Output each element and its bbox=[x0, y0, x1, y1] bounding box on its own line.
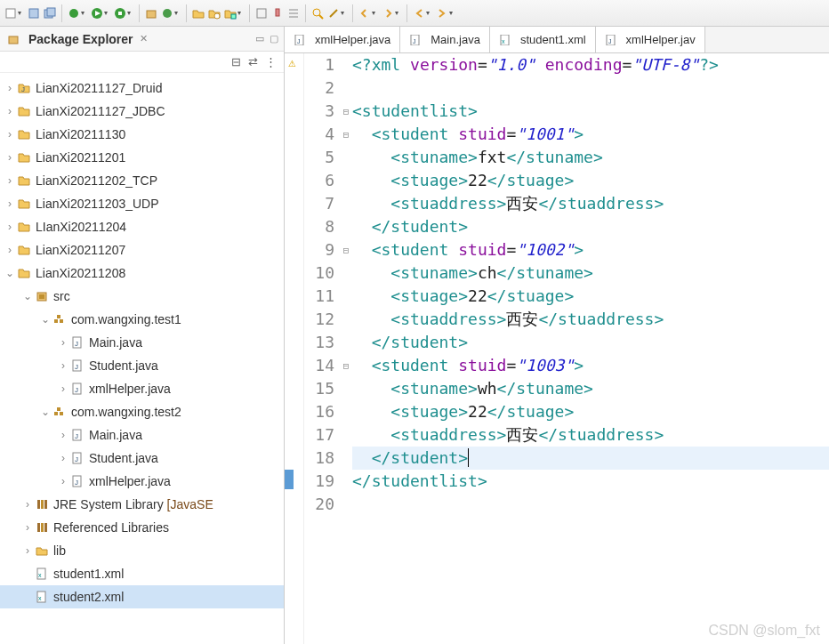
folder-icon bbox=[34, 543, 50, 559]
dropdown-icon[interactable]: ▾ bbox=[341, 9, 348, 17]
code-editor[interactable]: ⚠ 1 2 3 4 5 6 7 8 9 10 11 12 13 14 15 16… bbox=[285, 53, 829, 644]
xml-file-icon: x bbox=[34, 589, 50, 605]
jre-library[interactable]: ›JRE System Library [JavaSE bbox=[0, 493, 284, 516]
code-content[interactable]: <?xml version="1.0" encoding="UTF-8"?> <… bbox=[352, 53, 829, 644]
java-file-icon: J bbox=[294, 34, 306, 46]
svg-rect-3 bbox=[47, 8, 55, 16]
nav-prev-icon[interactable] bbox=[358, 6, 372, 20]
save-all-icon[interactable] bbox=[43, 6, 57, 20]
close-view-icon[interactable]: ✕ bbox=[140, 33, 148, 44]
fold-icon[interactable]: ⊟ bbox=[340, 123, 352, 146]
dropdown-icon[interactable]: ▾ bbox=[174, 9, 181, 17]
project-node[interactable]: ›LianXi20211201 bbox=[0, 146, 284, 169]
dropdown-icon[interactable]: ▾ bbox=[81, 9, 88, 17]
line-number: 4 bbox=[304, 123, 334, 146]
debug-icon[interactable] bbox=[67, 6, 81, 20]
project-node[interactable]: ›JLianXi20211127_Druid bbox=[0, 76, 284, 100]
new-class-icon[interactable] bbox=[160, 6, 174, 20]
project-node[interactable]: ›LianXi20211127_JDBC bbox=[0, 100, 284, 123]
project-node[interactable]: ›LianXi20211203_UDP bbox=[0, 192, 284, 215]
project-node[interactable]: ›LianXi20211130 bbox=[0, 123, 284, 146]
project-icon: J bbox=[16, 80, 32, 96]
back-icon[interactable] bbox=[412, 6, 426, 20]
package-node[interactable]: ⌄com.wangxing.test1 bbox=[0, 308, 284, 331]
warning-icon[interactable]: ⚠ bbox=[285, 53, 303, 71]
nav-next-icon[interactable] bbox=[381, 6, 395, 20]
xml-file[interactable]: xstudent1.xml bbox=[0, 562, 284, 585]
folder-node[interactable]: ›lib bbox=[0, 539, 284, 562]
fold-icon[interactable]: ⊟ bbox=[340, 354, 352, 377]
project-node[interactable]: ›LianXi20211202_TCP bbox=[0, 169, 284, 192]
java-file[interactable]: ›JxmlHelper.java bbox=[0, 377, 284, 400]
project-label: LianXi20211208 bbox=[36, 266, 125, 280]
svg-rect-42 bbox=[44, 500, 47, 509]
line-number-gutter: 1 2 3 4 5 6 7 8 9 10 11 12 13 14 15 16 1… bbox=[304, 53, 340, 644]
run-icon[interactable] bbox=[90, 6, 104, 20]
tab-student1[interactable]: xstudent1.xml bbox=[490, 27, 596, 52]
package-node[interactable]: ⌄com.wangxing.test2 bbox=[0, 400, 284, 423]
search-icon[interactable] bbox=[310, 6, 325, 20]
project-node[interactable]: ›LianXi20211207 bbox=[0, 238, 284, 262]
tab-main[interactable]: JMain.java bbox=[400, 27, 490, 52]
list-icon[interactable] bbox=[286, 6, 301, 20]
forward-icon[interactable] bbox=[435, 6, 449, 20]
pin-icon[interactable] bbox=[270, 6, 285, 20]
link-editor-icon[interactable]: ⇄ bbox=[248, 55, 258, 68]
svg-text:J: J bbox=[75, 340, 78, 348]
dropdown-icon[interactable]: ▾ bbox=[104, 9, 111, 17]
svg-rect-33 bbox=[60, 412, 63, 415]
dropdown-icon[interactable]: ▾ bbox=[372, 9, 379, 17]
fold-icon[interactable]: ⊟ bbox=[340, 238, 352, 262]
dropdown-icon[interactable]: ▾ bbox=[237, 9, 245, 17]
svg-line-16 bbox=[319, 15, 323, 19]
project-icon bbox=[16, 242, 32, 258]
task-icon[interactable] bbox=[254, 6, 269, 20]
ref-libraries[interactable]: ›Referenced Libraries bbox=[0, 516, 284, 539]
package-label: com.wangxing.test1 bbox=[71, 312, 181, 326]
dropdown-icon[interactable]: ▾ bbox=[449, 9, 456, 17]
line-number: 12 bbox=[304, 308, 334, 331]
collapse-all-icon[interactable]: ⊟ bbox=[231, 55, 241, 68]
project-node[interactable]: ›LIanXi20211204 bbox=[0, 215, 284, 238]
library-icon bbox=[34, 519, 50, 535]
minimize-icon[interactable]: ▭ bbox=[255, 33, 264, 44]
dropdown-icon[interactable]: ▾ bbox=[18, 9, 25, 17]
fold-icon[interactable]: ⊟ bbox=[340, 100, 352, 123]
open-folder-icon[interactable] bbox=[191, 6, 205, 20]
file-label: Student.java bbox=[89, 358, 158, 373]
src-folder[interactable]: ⌄src bbox=[0, 285, 284, 308]
maximize-icon[interactable]: ▢ bbox=[270, 33, 278, 44]
java-file-icon: J bbox=[69, 381, 85, 397]
dropdown-icon[interactable]: ▾ bbox=[127, 9, 134, 17]
tab-label: xmlHelper.jav bbox=[626, 33, 696, 46]
tab-xmlhelper2[interactable]: JxmlHelper.jav bbox=[596, 27, 705, 52]
open-res-icon[interactable] bbox=[223, 6, 237, 20]
save-icon[interactable] bbox=[27, 6, 41, 20]
svg-text:J: J bbox=[75, 386, 78, 394]
project-node[interactable]: ⌄LianXi20211208 bbox=[0, 262, 284, 285]
run-ext-icon[interactable] bbox=[113, 6, 127, 20]
line-number: 11 bbox=[304, 285, 334, 308]
view-menu-icon[interactable]: ⋮ bbox=[265, 55, 277, 68]
project-icon bbox=[16, 103, 32, 119]
line-number: 6 bbox=[304, 169, 334, 192]
svg-line-17 bbox=[330, 10, 337, 17]
new-pkg-icon[interactable] bbox=[144, 6, 158, 20]
java-file[interactable]: ›JxmlHelper.java bbox=[0, 470, 284, 493]
file-label: xmlHelper.java bbox=[89, 382, 171, 396]
java-file[interactable]: ›JMain.java bbox=[0, 423, 284, 447]
project-icon bbox=[16, 173, 32, 189]
wand-icon[interactable] bbox=[326, 6, 341, 20]
new-icon[interactable] bbox=[4, 6, 18, 20]
dropdown-icon[interactable]: ▾ bbox=[426, 9, 433, 17]
package-explorer-icon bbox=[5, 31, 21, 47]
java-file[interactable]: ›JStudent.java bbox=[0, 447, 284, 470]
java-file[interactable]: ›JStudent.java bbox=[0, 354, 284, 377]
xml-file[interactable]: xstudent2.xml bbox=[0, 585, 284, 608]
svg-rect-0 bbox=[6, 9, 15, 18]
project-tree[interactable]: ›JLianXi20211127_Druid ›LianXi20211127_J… bbox=[0, 73, 284, 644]
dropdown-icon[interactable]: ▾ bbox=[395, 9, 402, 17]
java-file[interactable]: ›JMain.java bbox=[0, 331, 284, 354]
tab-xmlhelper[interactable]: JxmlHelper.java bbox=[285, 27, 400, 52]
open-type-icon[interactable] bbox=[207, 6, 221, 20]
